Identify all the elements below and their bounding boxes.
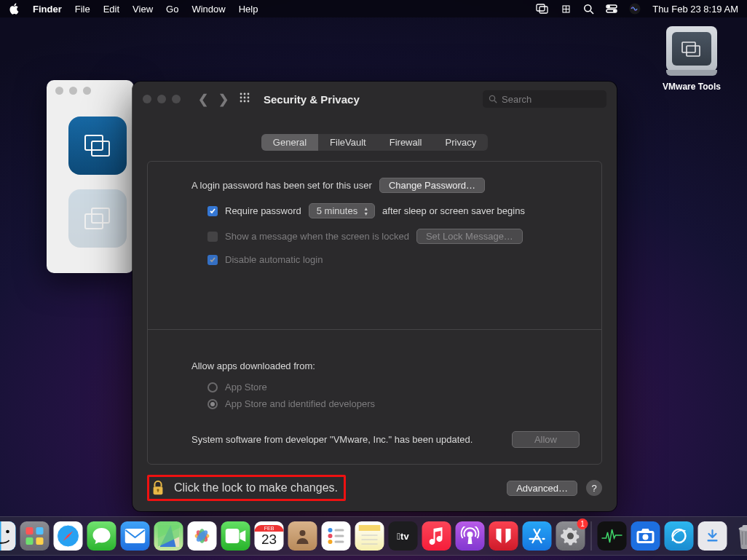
dock-music[interactable] [422, 521, 451, 551]
finder-window-vmware-tools[interactable] [47, 80, 134, 273]
siri-icon[interactable] [629, 3, 641, 15]
svg-rect-64 [743, 525, 748, 528]
pref-search[interactable]: Search [483, 90, 606, 108]
dock-calendar[interactable]: FEB23 [255, 521, 284, 551]
svg-point-44 [300, 530, 306, 536]
tab-firewall[interactable]: Firewall [378, 134, 434, 151]
apple-menu[interactable] [9, 3, 20, 15]
zoom-button[interactable] [83, 87, 91, 95]
tab-privacy[interactable]: Privacy [434, 134, 489, 151]
dock-facetime[interactable] [221, 521, 250, 551]
dock-mail[interactable] [121, 521, 150, 551]
icon-reflection [68, 189, 127, 248]
svg-point-7 [614, 10, 616, 12]
lock-icon[interactable] [151, 480, 165, 496]
dock-notes[interactable] [355, 521, 384, 551]
help-button[interactable]: ? [586, 480, 602, 496]
svg-rect-43 [226, 529, 240, 543]
app-name[interactable]: Finder [33, 4, 62, 15]
lock-highlight: Click the lock to make changes. [147, 475, 346, 501]
advanced-button[interactable]: Advanced… [507, 481, 577, 496]
close-button[interactable] [55, 87, 63, 95]
dock-messages[interactable] [87, 521, 116, 551]
dock-maps[interactable] [154, 521, 183, 551]
dock-reminders[interactable] [322, 521, 351, 551]
stage-manager-icon[interactable] [536, 4, 549, 14]
dock-system-preferences[interactable]: 1 [556, 521, 585, 551]
dock-podcasts[interactable] [456, 521, 485, 551]
set-lock-message-button: Set Lock Message… [416, 229, 523, 244]
forward-button[interactable]: ❯ [218, 92, 229, 107]
system-preferences-window: ❮ ❯ Security & Privacy Search General Fi… [133, 82, 617, 511]
tab-filevault[interactable]: FileVault [318, 134, 378, 151]
show-message-checkbox [208, 232, 218, 242]
require-password-delay-select[interactable]: 5 minutes ▲▼ [309, 203, 375, 218]
change-password-button[interactable]: Change Password… [379, 178, 485, 193]
dock-activity-monitor[interactable] [598, 521, 627, 551]
radio-identified-devs-label: App Store and identified developers [225, 398, 375, 409]
svg-point-20 [248, 97, 250, 99]
minimize-button[interactable] [69, 87, 77, 95]
after-sleep-text: after sleep or screen saver begins [382, 205, 525, 216]
minimize-button[interactable] [157, 95, 166, 103]
dock-launchpad[interactable] [20, 521, 50, 551]
dock-photos[interactable] [188, 521, 217, 551]
dock-finder[interactable] [0, 521, 16, 551]
desktop-icon-vmware-tools[interactable]: VMware Tools [655, 26, 728, 92]
drive-icon [666, 26, 717, 71]
dock-downloads[interactable] [698, 521, 727, 551]
dock-trash[interactable] [732, 521, 748, 551]
sysprefs-badge: 1 [577, 518, 588, 529]
svg-rect-33 [36, 527, 44, 535]
svg-rect-34 [26, 537, 33, 545]
menu-help[interactable]: Help [239, 4, 258, 15]
pref-title: Security & Privacy [264, 93, 360, 106]
control-center-icon[interactable] [606, 4, 617, 13]
spotlight-icon[interactable] [583, 4, 594, 15]
calendar-day: 23 [261, 532, 277, 548]
dock-tv[interactable]: tv [389, 521, 418, 551]
menu-go[interactable]: Go [166, 4, 178, 15]
radio-app-store-label: App Store [225, 382, 267, 393]
svg-rect-13 [85, 214, 103, 229]
dock-safari[interactable] [54, 521, 83, 551]
dock-screenshot[interactable] [631, 521, 660, 551]
allow-button: Allow [512, 431, 580, 448]
show-all-icon[interactable] [239, 92, 250, 106]
calendar-month: FEB [255, 525, 284, 532]
dock-news[interactable] [489, 521, 518, 551]
require-password-label: Require password [225, 205, 301, 216]
show-message-label: Show a message when the screen is locked [225, 231, 409, 242]
svg-rect-62 [708, 540, 718, 542]
allow-apps-header: Allow apps downloaded from: [191, 360, 580, 371]
back-button[interactable]: ❮ [198, 92, 208, 107]
svg-point-15 [240, 93, 242, 95]
menu-edit[interactable]: Edit [103, 4, 119, 15]
disable-auto-login-label: Disable automatic login [225, 254, 323, 265]
tab-general[interactable]: General [261, 134, 318, 151]
divider [148, 329, 601, 330]
radio-identified-devs [208, 399, 218, 409]
dock-contacts[interactable] [288, 521, 317, 551]
dock-appstore[interactable] [523, 521, 552, 551]
close-button[interactable] [143, 95, 151, 103]
traffic-lights[interactable] [55, 87, 91, 95]
menu-view[interactable]: View [133, 4, 153, 15]
svg-rect-51 [359, 525, 381, 531]
vm-tools-status-icon[interactable] [561, 4, 572, 15]
svg-point-19 [244, 97, 246, 99]
require-password-checkbox[interactable] [208, 206, 218, 216]
menubar-datetime[interactable]: Thu Feb 23 8:19 AM [652, 4, 738, 15]
pref-traffic-lights[interactable] [143, 95, 181, 103]
dock-app-generic[interactable] [665, 521, 694, 551]
zoom-button[interactable] [172, 95, 181, 103]
svg-rect-28 [157, 490, 158, 492]
svg-rect-38 [125, 529, 146, 543]
menu-file[interactable]: File [75, 4, 90, 15]
vmware-installer-icon[interactable] [68, 117, 127, 175]
svg-rect-48 [335, 529, 344, 532]
menu-window[interactable]: Window [191, 4, 225, 15]
dock: FEB23 tv 1 [0, 516, 747, 556]
svg-point-24 [489, 95, 494, 100]
disable-auto-login-checkbox [208, 255, 218, 265]
